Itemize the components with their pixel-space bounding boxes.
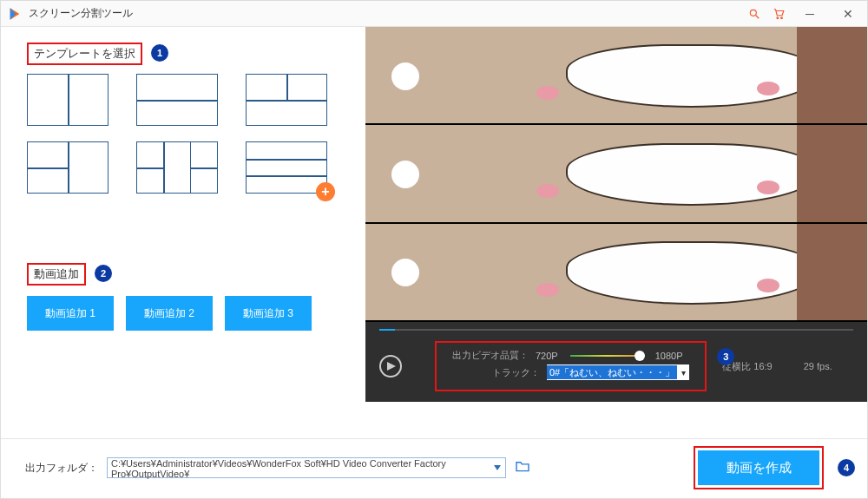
template-top2bottom[interactable] (246, 74, 327, 126)
add-video-2-button[interactable]: 動画追加 2 (126, 296, 213, 331)
play-button[interactable] (379, 355, 402, 378)
template-3col[interactable] (136, 141, 218, 194)
template-2row[interactable] (136, 74, 218, 126)
output-settings-box: 出力ビデオ品質： 720P 1080P トラック： 0#「ねむい、ねむい・・・」… (435, 341, 707, 391)
svg-marker-6 (387, 362, 396, 371)
folder-icon[interactable] (515, 460, 530, 476)
minimize-button[interactable]: ─ (791, 2, 829, 26)
annotation-badge-4: 4 (838, 459, 855, 476)
right-panel: 出力ビデオ品質： 720P 1080P トラック： 0#「ねむい、ねむい・・・」… (365, 27, 867, 438)
output-folder-label: 出力フォルダ： (25, 461, 98, 476)
add-video-1-button[interactable]: 動画追加 1 (27, 296, 114, 331)
svg-point-5 (781, 16, 783, 18)
quality-1080p: 1080P (655, 351, 683, 361)
close-button[interactable]: ✕ (829, 2, 867, 26)
timeline-slider[interactable] (379, 329, 853, 331)
annotation-badge-2: 2 (95, 265, 112, 282)
preview-row-2 (365, 125, 867, 223)
left-panel: テンプレートを選択 1 + 動画追加 2 動画追加 1 (1, 27, 365, 438)
svg-marker-1 (10, 8, 16, 19)
annotation-badge-1: 1 (151, 44, 168, 62)
add-template-icon[interactable]: + (316, 182, 335, 201)
create-video-button[interactable]: 動画を作成 (698, 450, 819, 485)
output-path-input[interactable]: C:¥Users¥Administrator¥Videos¥WonderFox … (107, 457, 506, 478)
preview-row-1 (365, 27, 867, 125)
select-template-heading: テンプレートを選択 (27, 43, 142, 65)
app-window: スクリーン分割ツール ─ ✕ テンプレートを選択 1 + (0, 0, 868, 499)
add-video-3-button[interactable]: 動画追加 3 (225, 296, 312, 331)
add-video-heading: 動画追加 (27, 263, 86, 286)
fps-label: 29 fps. (804, 361, 832, 371)
svg-line-3 (756, 15, 760, 18)
track-select[interactable]: 0#「ねむい、ねむい・・・」 ▾ (547, 364, 689, 380)
svg-point-4 (777, 16, 779, 18)
svg-point-2 (750, 10, 756, 16)
quality-slider[interactable] (570, 354, 643, 358)
quality-720p: 720P (536, 351, 558, 361)
app-logo-icon (8, 7, 22, 21)
preview-row-3 (365, 224, 867, 322)
video-preview (365, 27, 867, 322)
template-grid: + (27, 74, 357, 194)
upgrade-icon[interactable] (742, 2, 766, 26)
track-label: トラック： (492, 366, 540, 379)
window-title: スクリーン分割ツール (29, 6, 133, 21)
template-left2right[interactable] (27, 141, 108, 194)
quality-label: 出力ビデオ品質： (452, 349, 529, 362)
chevron-down-icon: ▾ (677, 364, 689, 380)
template-3row-more[interactable]: + (246, 141, 327, 194)
create-button-highlight: 動画を作成 (694, 446, 824, 489)
preview-controls: 出力ビデオ品質： 720P 1080P トラック： 0#「ねむい、ねむい・・・」… (365, 322, 867, 402)
footer-bar: 出力フォルダ： C:¥Users¥Administrator¥Videos¥Wo… (1, 438, 867, 498)
cart-icon[interactable] (766, 2, 791, 26)
title-bar: スクリーン分割ツール ─ ✕ (1, 1, 867, 27)
template-2col[interactable] (27, 74, 108, 126)
